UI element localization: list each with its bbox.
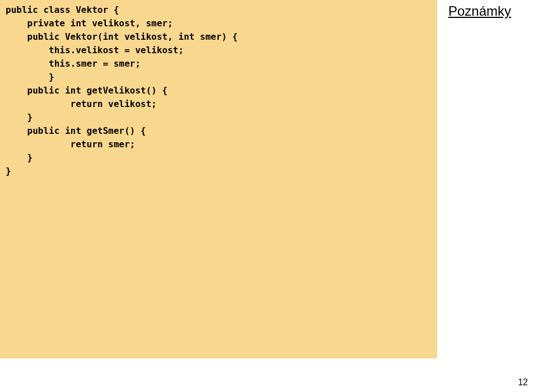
code-block: public class Vektor { private int veliko… [0,0,437,358]
code-content: public class Vektor { private int veliko… [6,3,432,178]
notes-heading: Poznámky [448,3,538,19]
notes-sidebar: Poznámky [448,3,538,19]
page-number: 12 [518,377,528,388]
